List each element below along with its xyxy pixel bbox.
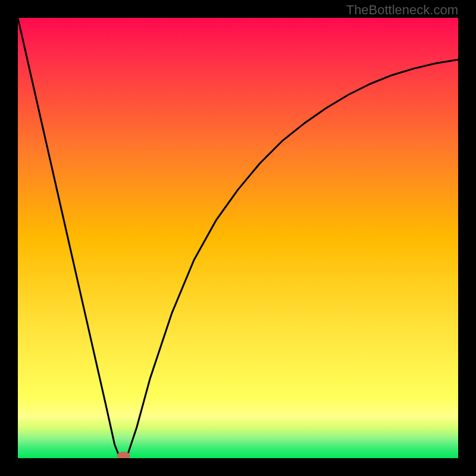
chart-frame: TheBottleneck.com bbox=[0, 0, 476, 476]
gradient-background bbox=[18, 18, 458, 458]
plot-area bbox=[18, 18, 458, 458]
chart-svg bbox=[18, 18, 458, 458]
watermark-text: TheBottleneck.com bbox=[346, 2, 458, 18]
